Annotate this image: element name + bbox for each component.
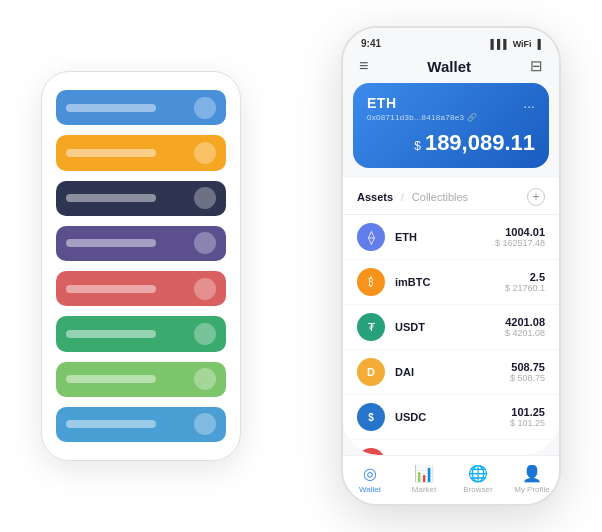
tab-assets[interactable]: Assets <box>357 191 393 203</box>
card-icon-3 <box>194 187 216 209</box>
imbtc-asset-usd: $ 21760.1 <box>505 283 545 293</box>
profile-nav-label: My Profile <box>514 485 550 494</box>
assets-tabs: Assets / Collectibles <box>357 191 468 203</box>
assets-header: Assets / Collectibles + <box>343 178 559 215</box>
dai-asset-usd: $ 508.75 <box>510 373 545 383</box>
dai-asset-name: DAI <box>395 366 510 378</box>
asset-item-tft[interactable]: 🐦 TFT 13 0 <box>343 440 559 455</box>
card-text-8 <box>66 420 156 428</box>
dai-asset-amount: 508.75 <box>510 361 545 373</box>
tab-divider: / <box>401 192 404 203</box>
market-nav-label: Market <box>412 485 436 494</box>
wallet-nav-label: Wallet <box>359 485 381 494</box>
asset-item-eth[interactable]: ⟠ ETH 1004.01 $ 162517.48 <box>343 215 559 260</box>
eth-asset-amounts: 1004.01 $ 162517.48 <box>495 226 545 248</box>
eth-card-more[interactable]: ... <box>523 95 535 111</box>
eth-amount-value: 189,089.11 <box>425 130 535 155</box>
imbtc-asset-name: imBTC <box>395 276 505 288</box>
imbtc-asset-icon: ₿ <box>357 268 385 296</box>
card-text-5 <box>66 285 156 293</box>
tft-asset-icon: 🐦 <box>357 448 385 455</box>
browser-nav-label: Browser <box>463 485 492 494</box>
card-text-3 <box>66 194 156 202</box>
dai-asset-icon: D <box>357 358 385 386</box>
plus-icon: + <box>532 190 539 204</box>
tab-collectibles[interactable]: Collectibles <box>412 191 468 203</box>
usdc-asset-icon: $ <box>357 403 385 431</box>
asset-item-usdc[interactable]: $ USDC 101.25 $ 101.25 <box>343 395 559 440</box>
nav-item-profile[interactable]: 👤 My Profile <box>505 464 559 494</box>
phone-header: ≡ Wallet ⊟ <box>343 53 559 83</box>
wallet-nav-icon: ◎ <box>363 464 377 483</box>
card-icon-4 <box>194 232 216 254</box>
usdt-asset-usd: $ 4201.08 <box>505 328 545 338</box>
eth-card-address: 0x08711d3b...8418a78e3 🔗 <box>367 113 535 122</box>
asset-item-dai[interactable]: D DAI 508.75 $ 508.75 <box>343 350 559 395</box>
status-time: 9:41 <box>361 38 381 49</box>
menu-icon[interactable]: ≡ <box>359 57 368 75</box>
market-nav-icon: 📊 <box>414 464 434 483</box>
wallet-card-5 <box>56 271 226 306</box>
nav-item-wallet[interactable]: ◎ Wallet <box>343 464 397 494</box>
card-icon-6 <box>194 323 216 345</box>
imbtc-asset-amounts: 2.5 $ 21760.1 <box>505 271 545 293</box>
wallet-card-1 <box>56 90 226 125</box>
dai-asset-amounts: 508.75 $ 508.75 <box>510 361 545 383</box>
asset-item-imbtc[interactable]: ₿ imBTC 2.5 $ 21760.1 <box>343 260 559 305</box>
eth-card-top: ETH ... <box>367 95 535 111</box>
usdt-asset-icon: ₮ <box>357 313 385 341</box>
usdt-asset-amount: 4201.08 <box>505 316 545 328</box>
card-icon-7 <box>194 368 216 390</box>
scene: 9:41 ▌▌▌ WiFi ▐ ≡ Wallet ⊟ ETH ... 0x087… <box>11 11 591 521</box>
wallet-card-8 <box>56 407 226 442</box>
wallet-card-6 <box>56 316 226 351</box>
eth-asset-amount: 1004.01 <box>495 226 545 238</box>
wifi-icon: WiFi <box>513 39 532 49</box>
status-icons: ▌▌▌ WiFi ▐ <box>491 39 541 49</box>
browser-nav-icon: 🌐 <box>468 464 488 483</box>
nav-item-browser[interactable]: 🌐 Browser <box>451 464 505 494</box>
card-text-4 <box>66 239 156 247</box>
wallet-card-4 <box>56 226 226 261</box>
usdc-asset-usd: $ 101.25 <box>510 418 545 428</box>
usdc-asset-amounts: 101.25 $ 101.25 <box>510 406 545 428</box>
eth-card-amount: $189,089.11 <box>367 130 535 156</box>
wallet-card-3 <box>56 181 226 216</box>
card-text-7 <box>66 375 156 383</box>
card-icon-5 <box>194 278 216 300</box>
eth-currency-symbol: $ <box>414 139 421 153</box>
signal-icon: ▌▌▌ <box>491 39 510 49</box>
wallet-card-7 <box>56 362 226 397</box>
card-text-1 <box>66 104 156 112</box>
asset-item-usdt[interactable]: ₮ USDT 4201.08 $ 4201.08 <box>343 305 559 350</box>
eth-card-label: ETH <box>367 95 397 111</box>
card-icon-1 <box>194 97 216 119</box>
usdc-asset-amount: 101.25 <box>510 406 545 418</box>
nav-item-market[interactable]: 📊 Market <box>397 464 451 494</box>
phone-mockup: 9:41 ▌▌▌ WiFi ▐ ≡ Wallet ⊟ ETH ... 0x087… <box>341 26 561 506</box>
eth-asset-name: ETH <box>395 231 495 243</box>
usdc-asset-name: USDC <box>395 411 510 423</box>
scan-icon[interactable]: ⊟ <box>530 57 543 75</box>
card-icon-8 <box>194 413 216 435</box>
usdt-asset-amounts: 4201.08 $ 4201.08 <box>505 316 545 338</box>
wallet-card-2 <box>56 135 226 170</box>
eth-asset-icon: ⟠ <box>357 223 385 251</box>
usdt-asset-name: USDT <box>395 321 505 333</box>
back-card-mockup <box>41 71 241 461</box>
assets-section: Assets / Collectibles + ⟠ ETH 1004.01 $ … <box>343 178 559 455</box>
profile-nav-icon: 👤 <box>522 464 542 483</box>
card-text-6 <box>66 330 156 338</box>
card-icon-2 <box>194 142 216 164</box>
status-bar: 9:41 ▌▌▌ WiFi ▐ <box>343 28 559 53</box>
page-title: Wallet <box>427 58 471 75</box>
card-text-2 <box>66 149 156 157</box>
eth-card[interactable]: ETH ... 0x08711d3b...8418a78e3 🔗 $189,08… <box>353 83 549 168</box>
bottom-nav: ◎ Wallet 📊 Market 🌐 Browser 👤 My Profile <box>343 455 559 504</box>
eth-asset-usd: $ 162517.48 <box>495 238 545 248</box>
add-asset-button[interactable]: + <box>527 188 545 206</box>
imbtc-asset-amount: 2.5 <box>505 271 545 283</box>
scrollable-content: Assets / Collectibles + ⟠ ETH 1004.01 $ … <box>343 178 559 455</box>
battery-icon: ▐ <box>535 39 541 49</box>
